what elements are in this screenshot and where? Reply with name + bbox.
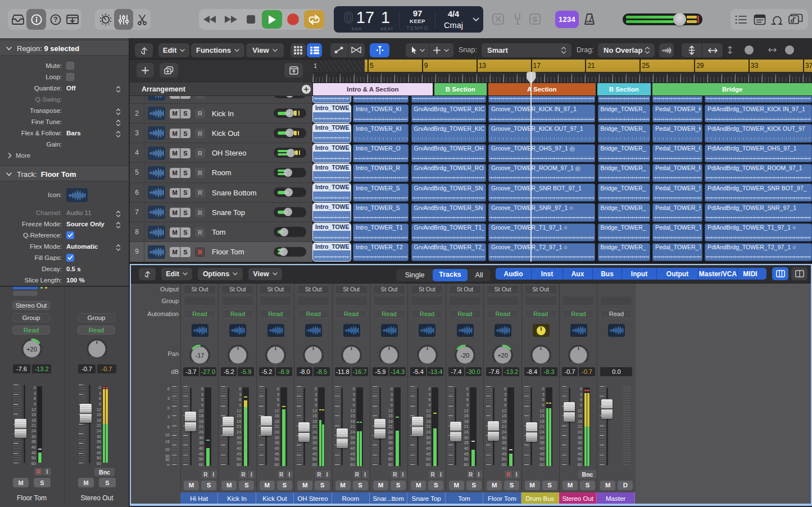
svg-text:+20: +20 xyxy=(498,352,509,359)
svg-text:-20: -20 xyxy=(461,352,470,359)
svg-text:+20: +20 xyxy=(26,346,37,353)
svg-text:-17: -17 xyxy=(196,352,205,359)
svg-text:S: S xyxy=(533,16,537,24)
svg-text:?: ? xyxy=(53,16,57,24)
